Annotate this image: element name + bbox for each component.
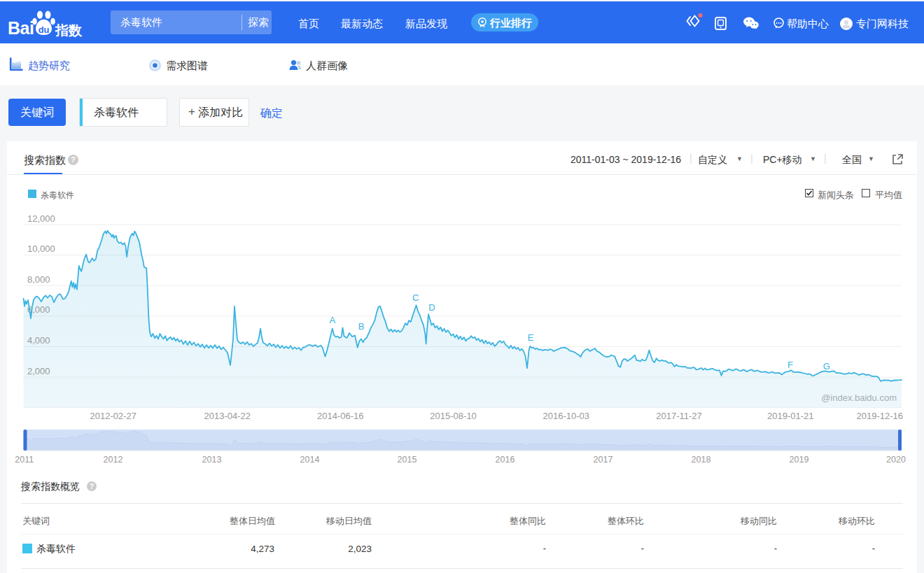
svg-text:2011: 2011 bbox=[15, 455, 34, 465]
svg-text:8,000: 8,000 bbox=[27, 274, 50, 285]
svg-text:2014: 2014 bbox=[300, 455, 320, 465]
svg-text:2014-06-16: 2014-06-16 bbox=[317, 411, 364, 421]
svg-text:2019-12-16: 2019-12-16 bbox=[857, 411, 904, 421]
svg-text:12,000: 12,000 bbox=[27, 213, 55, 224]
svg-text:10,000: 10,000 bbox=[27, 243, 55, 254]
svg-text:2015: 2015 bbox=[398, 455, 417, 465]
svg-text:?: ? bbox=[90, 483, 94, 490]
svg-text:2017: 2017 bbox=[594, 455, 613, 465]
svg-text:?: ? bbox=[71, 155, 75, 164]
svg-text:2015-08-10: 2015-08-10 bbox=[430, 411, 477, 421]
svg-text:D: D bbox=[428, 302, 435, 313]
svg-text:C: C bbox=[412, 292, 419, 303]
svg-text:2017-11-27: 2017-11-27 bbox=[656, 411, 702, 421]
svg-text:2018: 2018 bbox=[692, 455, 711, 465]
svg-text:2013: 2013 bbox=[202, 455, 222, 465]
svg-text:E: E bbox=[528, 332, 534, 343]
svg-text:2020: 2020 bbox=[886, 455, 906, 465]
svg-text:A: A bbox=[329, 315, 335, 325]
svg-text:2019-01-21: 2019-01-21 bbox=[767, 411, 814, 421]
svg-text:B: B bbox=[358, 321, 365, 332]
svg-text:2013-04-22: 2013-04-22 bbox=[204, 411, 251, 421]
svg-text:2,000: 2,000 bbox=[27, 366, 50, 376]
svg-text:@index.baidu.com: @index.baidu.com bbox=[821, 392, 897, 403]
svg-text:du: du bbox=[38, 24, 50, 35]
svg-text:2016-10-03: 2016-10-03 bbox=[543, 411, 590, 421]
svg-text:2019: 2019 bbox=[790, 455, 809, 465]
svg-text:F: F bbox=[788, 360, 793, 370]
svg-text:4,000: 4,000 bbox=[27, 335, 50, 346]
svg-text:2012: 2012 bbox=[104, 455, 123, 465]
svg-text:2012-02-27: 2012-02-27 bbox=[90, 411, 137, 421]
svg-text:2016: 2016 bbox=[496, 455, 515, 465]
svg-text:G: G bbox=[823, 361, 830, 372]
